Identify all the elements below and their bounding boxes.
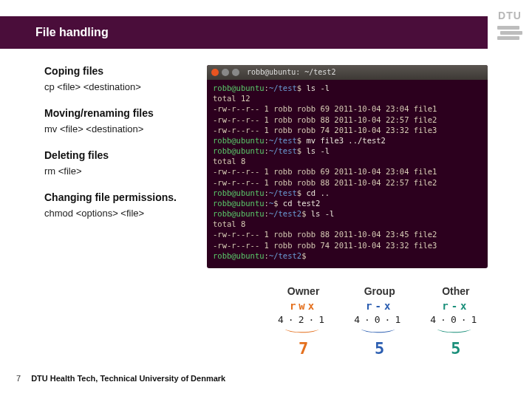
body-content: Coping files cp <file> <destination> Mov… <box>44 65 222 229</box>
terminal-line: -rw-r--r-- 1 robb robb 69 2011-10-04 23:… <box>213 166 482 177</box>
heading-copy: Coping files <box>44 65 222 77</box>
chmod-rwx: r-x <box>442 300 469 312</box>
terminal-line: -rw-r--r-- 1 robb robb 74 2011-10-04 23:… <box>213 240 482 250</box>
terminal-line: -rw-r--r-- 1 robb robb 69 2011-10-04 23:… <box>213 103 482 114</box>
terminal-line: robb@ubuntu:~/test2$ ls -l <box>213 208 482 219</box>
cmd-copy: cp <file> <destination> <box>44 81 222 92</box>
terminal-line: total 8 <box>213 156 482 166</box>
terminal-line: robb@ubuntu:~/test$ ls -l <box>213 146 482 156</box>
terminal-titlebar: robb@ubuntu: ~/test2 <box>207 65 488 80</box>
terminal-body: robb@ubuntu:~/test$ ls -ltotal 12-rw-r--… <box>207 80 488 262</box>
section-copy: Coping files cp <file> <destination> <box>44 65 222 92</box>
cmd-move: mv <file> <destination> <box>44 123 222 134</box>
chmod-col-group: Group r-x 4·0·1 ︶ 5 <box>354 285 405 358</box>
slide-footer: 7 DTU Health Tech, Technical University … <box>16 374 225 383</box>
heading-chmod: Changing file permissions. <box>44 191 222 203</box>
chmod-col-owner: Owner rwx 4·2·1 ︶ 7 <box>278 285 329 358</box>
terminal-line: robb@ubuntu:~/test$ ls -l <box>213 83 482 93</box>
chmod-figure: Owner rwx 4·2·1 ︶ 7 Group r-x 4·0·1 ︶ 5 … <box>278 285 481 358</box>
terminal-line: -rw-r--r-- 1 robb robb 88 2011-10-04 22:… <box>213 115 482 125</box>
brace-icon: ︶ <box>435 328 476 336</box>
section-chmod: Changing file permissions. chmod <option… <box>44 191 222 219</box>
heading-delete: Deleting files <box>44 149 222 161</box>
chmod-vals: 4·0·1 <box>354 314 405 325</box>
chmod-digit: 5 <box>354 339 405 358</box>
terminal-line: total 8 <box>213 219 482 229</box>
section-move: Moving/renaming files mv <file> <destina… <box>44 107 222 134</box>
heading-move: Moving/renaming files <box>44 107 222 119</box>
slide-title-bar: File handling <box>0 16 488 49</box>
dtu-logo: DTU <box>497 10 522 40</box>
dtu-logo-text: DTU <box>498 10 522 21</box>
terminal-line: robb@ubuntu:~/test$ mv file3 ../test2 <box>213 135 482 146</box>
chmod-label: Group <box>354 285 405 297</box>
cmd-chmod: chmod <options> <file> <box>44 208 222 219</box>
terminal-line: robb@ubuntu:~/test$ cd .. <box>213 188 482 198</box>
terminal-line: robb@ubuntu:~/test2$ <box>213 250 482 261</box>
section-delete: Deleting files rm <file> <box>44 149 222 177</box>
terminal-line: -rw-r--r-- 1 robb robb 88 2011-10-04 22:… <box>213 177 482 188</box>
chmod-rwx: r-x <box>366 300 393 312</box>
chmod-col-other: Other r-x 4·0·1 ︶ 5 <box>430 285 481 358</box>
chmod-vals: 4·2·1 <box>278 314 329 325</box>
terminal-line: -rw-r--r-- 1 robb robb 88 2011-10-04 23:… <box>213 229 482 239</box>
chmod-digit: 5 <box>430 339 481 358</box>
brace-icon: ︶ <box>359 328 400 336</box>
terminal-line: robb@ubuntu:~$ cd test2 <box>213 198 482 208</box>
cmd-delete: rm <file> <box>44 166 222 177</box>
terminal-line: -rw-r--r-- 1 robb robb 74 2011-10-04 23:… <box>213 125 482 135</box>
chmod-label: Other <box>430 285 481 297</box>
window-max-icon <box>232 69 239 76</box>
terminal-window: robb@ubuntu: ~/test2 robb@ubuntu:~/test$… <box>207 65 488 268</box>
window-close-icon <box>211 69 219 76</box>
window-min-icon <box>222 69 229 76</box>
chmod-rwx: rwx <box>290 300 317 312</box>
chmod-vals: 4·0·1 <box>430 314 481 325</box>
footer-text: DTU Health Tech, Technical University of… <box>31 374 225 383</box>
terminal-line: total 12 <box>213 93 482 103</box>
chmod-digit: 7 <box>278 339 329 358</box>
terminal-title: robb@ubuntu: ~/test2 <box>247 67 335 78</box>
slide-title: File handling <box>35 26 109 39</box>
brace-icon: ︶ <box>283 328 324 336</box>
chmod-label: Owner <box>278 285 329 297</box>
page-number: 7 <box>16 374 21 383</box>
dtu-logo-bands <box>497 26 522 40</box>
